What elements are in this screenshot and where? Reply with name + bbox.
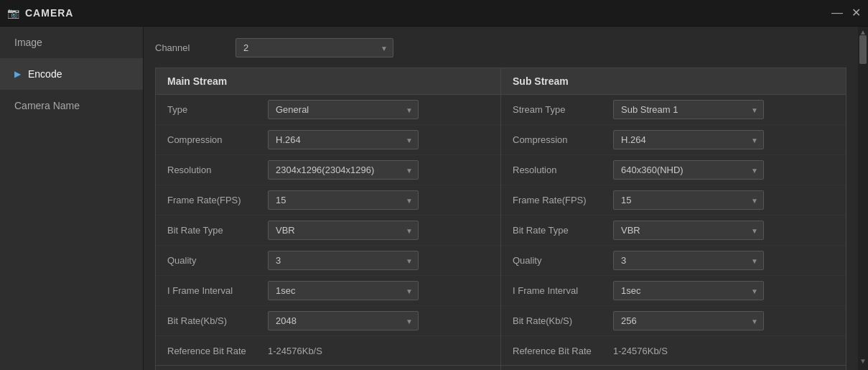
main-bitrate-label: Bit Rate(Kb/S) [167, 315, 268, 326]
sub-stream-body: Stream Type Sub Stream 1 ▼ Compression [501, 95, 846, 365]
scrollbar-track[interactable]: ▲ ▼ [858, 27, 868, 370]
main-bitratetype-label: Bit Rate Type [167, 225, 268, 236]
sub-iframe-label: I Frame Interval [513, 285, 613, 296]
main-resolution-label: Resolution [167, 165, 268, 175]
sub-stream-panel: Sub Stream Stream Type Sub Stream 1 ▼ [501, 68, 846, 370]
sub-framerate-select-wrap: 15 ▼ [613, 190, 764, 210]
sidebar-item-label-camera-name: Camera Name [14, 100, 80, 111]
main-quality-label: Quality [167, 255, 268, 266]
main-bitrate-select-wrap: 2048 ▼ [268, 311, 419, 330]
sub-compression-select-wrap: H.264 ▼ [613, 130, 764, 149]
main-quality-select-wrap: 3 ▼ [268, 251, 419, 270]
sub-resolution-select[interactable]: 640x360(NHD) [613, 160, 764, 180]
channel-label: Channel [155, 42, 227, 53]
scrollbar-down-arrow-icon[interactable]: ▼ [858, 356, 868, 367]
content-area: Channel 1 2 3 4 ▼ Main Stream [144, 27, 858, 370]
scrollbar-thumb[interactable] [859, 35, 867, 64]
close-button[interactable]: ✕ [851, 7, 861, 19]
minimize-button[interactable]: — [831, 7, 843, 19]
main-compression-row: Compression H.264 ▼ [156, 125, 500, 155]
sub-compression-row: Compression H.264 ▼ [501, 125, 846, 155]
sub-iframe-select[interactable]: 1sec [613, 281, 764, 300]
channel-row: Channel 1 2 3 4 ▼ [155, 38, 846, 57]
main-bitratetype-select[interactable]: VBR [268, 221, 419, 240]
main-bitratetype-select-wrap: VBR ▼ [268, 221, 419, 240]
sub-refbitrate-row: Reference Bit Rate 1-24576Kb/S [501, 336, 846, 365]
sub-compression-select[interactable]: H.264 [613, 130, 764, 149]
main-type-row: Type General ▼ [156, 95, 500, 125]
sub-framerate-label: Frame Rate(FPS) [513, 195, 613, 205]
main-compression-select-wrap: H.264 ▼ [268, 130, 419, 149]
sub-resolution-label: Resolution [513, 165, 613, 175]
app-title: CAMERA [25, 7, 73, 19]
sub-iframe-row: I Frame Interval 1sec ▼ [501, 276, 846, 306]
title-bar-left: 📷 CAMERA [7, 7, 73, 19]
title-bar: 📷 CAMERA — ✕ [0, 0, 868, 27]
main-stream-body: Type General ▼ Compression [156, 95, 500, 365]
sub-streamtype-select[interactable]: Sub Stream 1 [613, 100, 764, 119]
sub-bitrate-label: Bit Rate(Kb/S) [513, 315, 613, 326]
sub-refbitrate-label: Reference Bit Rate [513, 346, 613, 356]
sub-bitratetype-select-wrap: VBR ▼ [613, 221, 764, 240]
main-refbitrate-value: 1-24576Kb/S [268, 346, 489, 356]
sidebar-item-label-image: Image [14, 37, 42, 48]
sub-resolution-row: Resolution 640x360(NHD) ▼ [501, 155, 846, 185]
sub-bitrate-select[interactable]: 256 [613, 311, 764, 330]
sub-iframe-select-wrap: 1sec ▼ [613, 281, 764, 300]
sub-quality-row: Quality 3 ▼ [501, 246, 846, 276]
sub-streamtype-select-wrap: Sub Stream 1 ▼ [613, 100, 764, 119]
main-iframe-label: I Frame Interval [167, 285, 268, 296]
content-inner: Channel 1 2 3 4 ▼ Main Stream [155, 38, 846, 370]
main-stream-panel: Main Stream Type General ▼ [156, 68, 501, 370]
main-bitrate-row: Bit Rate(Kb/S) 2048 ▼ [156, 306, 500, 336]
sidebar-item-label-encode: Encode [28, 68, 62, 80]
main-framerate-row: Frame Rate(FPS) 15 ▼ [156, 185, 500, 216]
main-iframe-select[interactable]: 1sec [268, 281, 419, 300]
main-compression-select[interactable]: H.264 [268, 130, 419, 149]
main-framerate-label: Frame Rate(FPS) [167, 195, 268, 205]
sub-streamtype-row: Stream Type Sub Stream 1 ▼ [501, 95, 846, 125]
main-iframe-select-wrap: 1sec ▼ [268, 281, 419, 300]
sub-bitrate-select-wrap: 256 ▼ [613, 311, 764, 330]
main-resolution-select[interactable]: 2304x1296(2304x1296) [268, 160, 419, 180]
sub-quality-select[interactable]: 3 [613, 251, 764, 270]
main-resolution-row: Resolution 2304x1296(2304x1296) ▼ [156, 155, 500, 185]
main-quality-row: Quality 3 ▼ [156, 246, 500, 276]
main-framerate-select-wrap: 15 ▼ [268, 190, 419, 210]
sidebar-item-image[interactable]: Image [0, 27, 143, 58]
sub-bitratetype-select[interactable]: VBR [613, 221, 764, 240]
sub-bitratetype-label: Bit Rate Type [513, 225, 613, 236]
sidebar-arrow-icon: ▶ [14, 69, 21, 79]
streams-container: Main Stream Type General ▼ [155, 68, 846, 370]
sub-framerate-row: Frame Rate(FPS) 15 ▼ [501, 185, 846, 216]
sidebar-item-camera-name[interactable]: Camera Name [0, 90, 143, 121]
channel-select-wrap: 1 2 3 4 ▼ [235, 38, 393, 57]
main-type-select[interactable]: General [268, 100, 419, 119]
main-resolution-select-wrap: 2304x1296(2304x1296) ▼ [268, 160, 419, 180]
sub-quality-select-wrap: 3 ▼ [613, 251, 764, 270]
main-stream-header: Main Stream [156, 68, 500, 95]
main-quality-select[interactable]: 3 [268, 251, 419, 270]
sub-bitratetype-row: Bit Rate Type VBR ▼ [501, 216, 846, 246]
main-bitrate-select[interactable]: 2048 [268, 311, 419, 330]
main-layout: Image ▶ Encode Camera Name Channel 1 2 3… [0, 27, 868, 370]
sub-compression-label: Compression [513, 134, 613, 145]
sidebar-item-encode[interactable]: ▶ Encode [0, 58, 143, 90]
title-bar-controls: — ✕ [831, 7, 861, 19]
main-compression-label: Compression [167, 134, 268, 145]
main-refbitrate-label: Reference Bit Rate [167, 346, 268, 356]
sub-bitrate-row: Bit Rate(Kb/S) 256 ▼ [501, 306, 846, 336]
main-type-label: Type [167, 104, 268, 115]
sub-stream-header: Sub Stream [501, 68, 846, 95]
sub-framerate-select[interactable]: 15 [613, 190, 764, 210]
main-framerate-select[interactable]: 15 [268, 190, 419, 210]
main-bitratetype-row: Bit Rate Type VBR ▼ [156, 216, 500, 246]
camera-icon: 📷 [7, 7, 19, 19]
sidebar: Image ▶ Encode Camera Name [0, 27, 144, 370]
sub-more-row: More [501, 365, 846, 370]
channel-select[interactable]: 1 2 3 4 [235, 38, 393, 57]
main-iframe-row: I Frame Interval 1sec ▼ [156, 276, 500, 306]
sub-quality-label: Quality [513, 255, 613, 266]
main-type-select-wrap: General ▼ [268, 100, 419, 119]
sub-resolution-select-wrap: 640x360(NHD) ▼ [613, 160, 764, 180]
